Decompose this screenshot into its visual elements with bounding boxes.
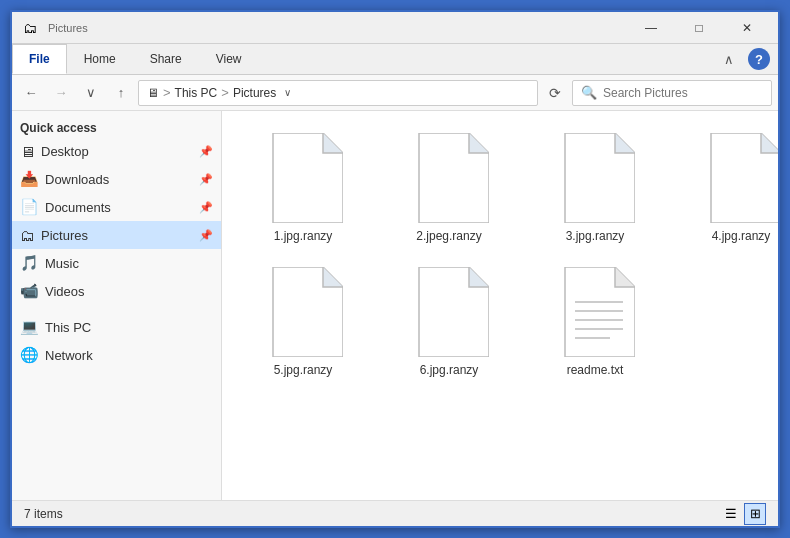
desktop-pin-icon: 📌 xyxy=(199,145,213,158)
sidebar: Quick access 🖥 Desktop 📌 📥 Downloads 📌 📄… xyxy=(12,111,222,500)
quick-access-header: Quick access xyxy=(12,115,221,137)
file-name-file1: 1.jpg.ranzy xyxy=(274,229,333,243)
thispc-icon: 💻 xyxy=(20,318,39,336)
item-count: 7 items xyxy=(24,507,63,521)
file-item-file3[interactable]: 3.jpg.ranzy xyxy=(530,127,660,249)
generic-file-icon xyxy=(409,133,489,223)
file-explorer-window: 🗂 Pictures — □ ✕ File Home Share View ∧ … xyxy=(10,10,780,528)
main-content: Quick access 🖥 Desktop 📌 📥 Downloads 📌 📄… xyxy=(12,111,778,500)
file-area: 1.jpg.ranzy 2.jpeg.ranzy 3.jpg.ranzy 4.j… xyxy=(222,111,778,500)
sidebar-item-downloads[interactable]: 📥 Downloads 📌 xyxy=(12,165,221,193)
sidebar-item-pictures[interactable]: 🗂 Pictures 📌 xyxy=(12,221,221,249)
sidebar-downloads-label: Downloads xyxy=(45,172,193,187)
addressbar: ← → ∨ ↑ 🖥 > This PC > Pictures ∨ ⟳ 🔍 xyxy=(12,75,778,111)
statusbar: 7 items ☰ ⊞ xyxy=(12,500,778,526)
help-button[interactable]: ? xyxy=(748,48,770,70)
sidebar-thispc-label: This PC xyxy=(45,320,213,335)
text-file-icon xyxy=(555,267,635,357)
file-name-file2: 2.jpeg.ranzy xyxy=(416,229,481,243)
icon-view-button[interactable]: ⊞ xyxy=(744,503,766,525)
generic-file-icon xyxy=(701,133,778,223)
tab-share[interactable]: Share xyxy=(133,44,199,74)
path-this-pc: This PC xyxy=(175,86,218,100)
address-path[interactable]: 🖥 > This PC > Pictures ∨ xyxy=(138,80,538,106)
sidebar-documents-label: Documents xyxy=(45,200,193,215)
documents-icon: 📄 xyxy=(20,198,39,216)
forward-button[interactable]: → xyxy=(48,80,74,106)
generic-file-icon xyxy=(555,133,635,223)
tab-home[interactable]: Home xyxy=(67,44,133,74)
file-item-file5[interactable]: 5.jpg.ranzy xyxy=(238,261,368,383)
file-item-file2[interactable]: 2.jpeg.ranzy xyxy=(384,127,514,249)
generic-file-icon xyxy=(409,267,489,357)
file-name-file3: 3.jpg.ranzy xyxy=(566,229,625,243)
search-input[interactable] xyxy=(603,86,763,100)
file-item-file4[interactable]: 4.jpg.ranzy xyxy=(676,127,778,249)
music-icon: 🎵 xyxy=(20,254,39,272)
titlebar-controls: — □ ✕ xyxy=(628,12,770,44)
downloads-icon: 📥 xyxy=(20,170,39,188)
generic-file-icon xyxy=(263,267,343,357)
tab-file[interactable]: File xyxy=(12,44,67,74)
file-grid: 1.jpg.ranzy 2.jpeg.ranzy 3.jpg.ranzy 4.j… xyxy=(238,127,762,383)
sidebar-music-label: Music xyxy=(45,256,213,271)
search-box[interactable]: 🔍 xyxy=(572,80,772,106)
sidebar-item-documents[interactable]: 📄 Documents 📌 xyxy=(12,193,221,221)
network-icon: 🌐 xyxy=(20,346,39,364)
file-name-file7: readme.txt xyxy=(567,363,624,377)
maximize-button[interactable]: □ xyxy=(676,12,722,44)
window-title: Pictures xyxy=(48,22,88,34)
sidebar-item-thispc[interactable]: 💻 This PC xyxy=(12,313,221,341)
file-item-file6[interactable]: 6.jpg.ranzy xyxy=(384,261,514,383)
list-view-button[interactable]: ☰ xyxy=(720,503,742,525)
ribbon-collapse-button[interactable]: ∧ xyxy=(716,46,742,72)
path-pictures: Pictures xyxy=(233,86,276,100)
videos-icon: 📹 xyxy=(20,282,39,300)
generic-file-icon xyxy=(263,133,343,223)
file-name-file6: 6.jpg.ranzy xyxy=(420,363,479,377)
back-button[interactable]: ← xyxy=(18,80,44,106)
downloads-pin-icon: 📌 xyxy=(199,173,213,186)
sidebar-item-videos[interactable]: 📹 Videos xyxy=(12,277,221,305)
file-name-file4: 4.jpg.ranzy xyxy=(712,229,771,243)
search-icon: 🔍 xyxy=(581,85,597,100)
titlebar: 🗂 Pictures — □ ✕ xyxy=(12,12,778,44)
recent-locations-button[interactable]: ∨ xyxy=(78,80,104,106)
sidebar-item-network[interactable]: 🌐 Network xyxy=(12,341,221,369)
sidebar-item-desktop[interactable]: 🖥 Desktop 📌 xyxy=(12,137,221,165)
pictures-icon: 🗂 xyxy=(20,227,35,244)
minimize-button[interactable]: — xyxy=(628,12,674,44)
ribbon-tabs: File Home Share View ∧ ? xyxy=(12,44,778,74)
documents-pin-icon: 📌 xyxy=(199,201,213,214)
sidebar-network-label: Network xyxy=(45,348,213,363)
path-icon: 🖥 xyxy=(147,86,159,100)
sidebar-item-music[interactable]: 🎵 Music xyxy=(12,249,221,277)
up-button[interactable]: ↑ xyxy=(108,80,134,106)
sidebar-desktop-label: Desktop xyxy=(41,144,193,159)
file-name-file5: 5.jpg.ranzy xyxy=(274,363,333,377)
desktop-icon: 🖥 xyxy=(20,143,35,160)
sidebar-videos-label: Videos xyxy=(45,284,213,299)
path-dropdown-icon[interactable]: ∨ xyxy=(284,87,291,98)
view-buttons: ☰ ⊞ xyxy=(720,503,766,525)
file-item-file7[interactable]: readme.txt xyxy=(530,261,660,383)
tab-view[interactable]: View xyxy=(199,44,259,74)
titlebar-icons: 🗂 Pictures xyxy=(20,18,88,38)
file-item-file1[interactable]: 1.jpg.ranzy xyxy=(238,127,368,249)
window-icon: 🗂 xyxy=(20,18,40,38)
sidebar-pictures-label: Pictures xyxy=(41,228,193,243)
pictures-pin-icon: 📌 xyxy=(199,229,213,242)
refresh-button[interactable]: ⟳ xyxy=(542,80,568,106)
close-button[interactable]: ✕ xyxy=(724,12,770,44)
ribbon: File Home Share View ∧ ? xyxy=(12,44,778,75)
